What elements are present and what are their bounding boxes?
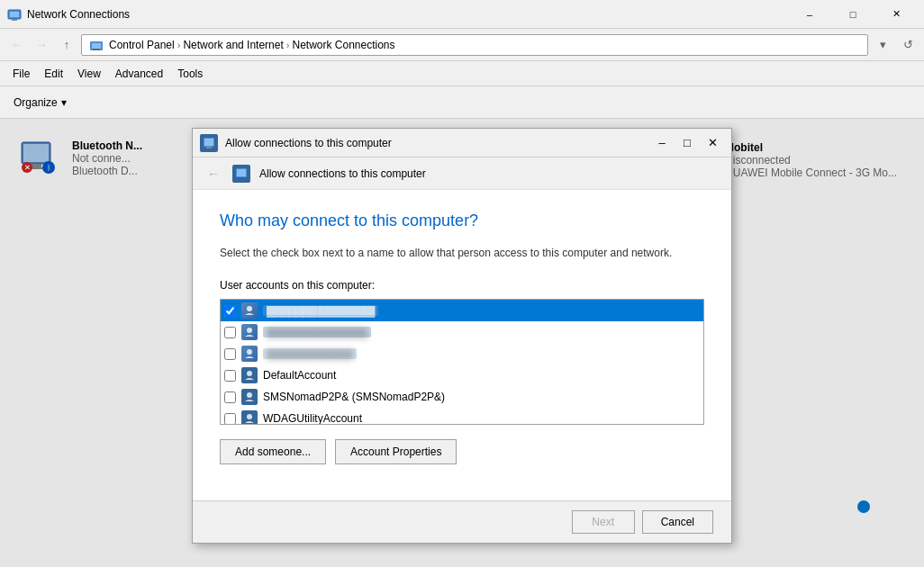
user-icon-2 [241, 324, 258, 340]
svg-rect-21 [204, 139, 213, 146]
svg-point-26 [247, 328, 252, 333]
title-bar-icon [7, 7, 22, 22]
dialog-maximize-button[interactable]: □ [675, 133, 699, 153]
cancel-button[interactable]: Cancel [642, 510, 713, 534]
address-dropdown-button[interactable]: ▾ [872, 34, 893, 56]
dialog-content: Who may connect to this computer? Select… [193, 190, 731, 500]
maximize-button[interactable]: □ [832, 5, 874, 23]
user-accounts-list: ▓▓▓▓▓▓▓▓▓▓▓▓▓▓▓ ▓▓▓▓▓▓▓▓▓▓▓▓▓▓ [220, 299, 704, 425]
path-part3: Network Connections [292, 39, 394, 51]
minimize-button[interactable]: – [789, 5, 830, 23]
menu-tools[interactable]: Tools [170, 64, 210, 84]
close-button[interactable]: ✕ [875, 5, 917, 23]
path-part1: Control Panel [109, 39, 175, 51]
dialog-title-text: Allow connections to this computer [225, 137, 643, 149]
title-bar: Network Connections – □ ✕ [0, 0, 924, 29]
user-row-1[interactable]: ▓▓▓▓▓▓▓▓▓▓▓▓▓▓▓ [221, 300, 703, 321]
user-name-4: DefaultAccount [263, 369, 336, 382]
dialog-title-bar: Allow connections to this computer – □ ✕ [193, 129, 731, 158]
path-part2: Network and Internet [183, 39, 283, 51]
svg-rect-22 [206, 147, 212, 148]
svg-rect-1 [10, 12, 19, 17]
svg-rect-5 [93, 49, 100, 50]
user-name-1: ▓▓▓▓▓▓▓▓▓▓▓▓▓▓▓ [263, 305, 378, 316]
account-properties-button[interactable]: Account Properties [335, 439, 457, 464]
organize-button[interactable]: Organize ▾ [5, 92, 75, 113]
menu-file[interactable]: File [5, 64, 37, 84]
address-bar: ← → ↑ Control Panel › Network and Intern… [0, 29, 924, 61]
svg-point-25 [247, 306, 252, 311]
user-checkbox-1[interactable] [224, 305, 236, 317]
dialog-nav-icon [232, 165, 250, 183]
toolbar: Organize ▾ [0, 86, 924, 119]
menu-bar: File Edit View Advanced Tools [0, 61, 924, 86]
user-icon-6 [241, 410, 258, 425]
refresh-button[interactable]: ↺ [897, 34, 919, 56]
title-bar-controls: – □ ✕ [789, 5, 917, 23]
dialog-minimize-button[interactable]: – [650, 133, 674, 153]
user-icon-1 [241, 302, 258, 319]
dialog-heading: Who may connect to this computer? [220, 212, 704, 230]
svg-point-29 [247, 392, 252, 398]
user-accounts-label: User accounts on this computer: [220, 279, 704, 292]
user-checkbox-3[interactable] [224, 348, 236, 360]
content-area: ✕ ᛒ Bluetooth N... Not conne... Bluetoot… [0, 119, 924, 567]
user-checkbox-2[interactable] [224, 327, 236, 338]
dialog-footer: Next Cancel [193, 500, 731, 543]
dialog-actions: Add someone... Account Properties [220, 439, 704, 464]
dialog-nav-title: Allow connections to this computer [259, 167, 426, 180]
svg-point-30 [247, 414, 252, 419]
user-checkbox-5[interactable] [224, 392, 236, 403]
dialog-controls: – □ ✕ [650, 133, 724, 153]
dialog-description: Select the check box next to a name to a… [220, 245, 704, 261]
user-icon-3 [241, 346, 258, 362]
dialog-nav: ← Allow connections to this computer [193, 158, 731, 190]
user-row-2[interactable]: ▓▓▓▓▓▓▓▓▓▓▓▓▓▓ [221, 321, 703, 343]
svg-rect-4 [92, 43, 101, 49]
user-checkbox-4[interactable] [224, 370, 236, 382]
forward-button[interactable]: → [31, 34, 52, 56]
user-name-3: ▓▓▓▓▓▓▓▓▓▓▓▓ [263, 348, 357, 359]
next-button[interactable]: Next [572, 510, 635, 534]
svg-rect-2 [12, 19, 17, 21]
window-title: Network Connections [27, 8, 130, 21]
user-name-6: WDAGUtilityAccount [263, 412, 362, 425]
svg-point-28 [247, 371, 252, 376]
allow-connections-dialog: Allow connections to this computer – □ ✕… [192, 128, 732, 544]
user-row-6[interactable]: WDAGUtilityAccount [221, 408, 703, 425]
dialog-overlay: Allow connections to this computer – □ ✕… [0, 119, 924, 567]
path-sep2: › [286, 40, 290, 50]
up-button[interactable]: ↑ [56, 34, 77, 56]
dialog-close-button[interactable]: ✕ [701, 133, 724, 153]
user-icon-4 [241, 367, 258, 383]
menu-advanced[interactable]: Advanced [108, 64, 170, 84]
menu-edit[interactable]: Edit [37, 64, 70, 84]
user-name-2: ▓▓▓▓▓▓▓▓▓▓▓▓▓▓ [263, 327, 371, 338]
user-row-4[interactable]: DefaultAccount [221, 364, 703, 386]
svg-rect-24 [237, 169, 246, 176]
user-row-5[interactable]: SMSNomadP2P& (SMSNomadP2P&) [221, 386, 703, 408]
address-path[interactable]: Control Panel › Network and Internet › N… [81, 34, 868, 56]
path-sep1: › [177, 40, 181, 50]
user-row-3[interactable]: ▓▓▓▓▓▓▓▓▓▓▓▓ [221, 343, 703, 364]
add-someone-button[interactable]: Add someone... [220, 439, 326, 464]
user-name-5: SMSNomadP2P& (SMSNomadP2P&) [263, 391, 445, 403]
user-icon-5 [241, 389, 258, 405]
dialog-back-button[interactable]: ← [204, 164, 223, 184]
back-button[interactable]: ← [5, 34, 27, 56]
user-checkbox-6[interactable] [224, 413, 236, 425]
menu-view[interactable]: View [70, 64, 108, 84]
dialog-title-icon [200, 134, 218, 152]
svg-point-27 [247, 349, 252, 355]
